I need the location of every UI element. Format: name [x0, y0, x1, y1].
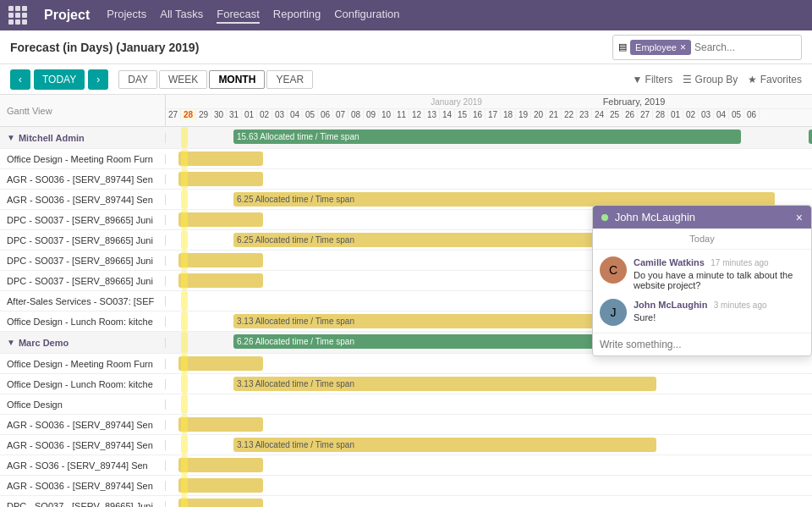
row-chart — [166, 169, 812, 189]
date-cell: 04 — [288, 109, 303, 120]
search-input[interactable] — [694, 37, 796, 58]
today-line — [181, 271, 188, 290]
today-line — [181, 374, 188, 394]
sub-header: Forecast (in Days) (January 2019) ▤ Empl… — [0, 30, 812, 64]
tab-day[interactable]: DAY — [118, 70, 157, 89]
task-row[interactable]: AGR - SO036 - [SERV_89744] Sen — [0, 415, 812, 435]
today-line — [181, 169, 188, 189]
chat-input[interactable] — [600, 339, 804, 350]
gantt-bar-primary[interactable] — [178, 253, 263, 267]
chat-user-name: John McLaughin — [615, 211, 695, 223]
date-cell: 11 — [394, 109, 409, 120]
row-label: Office Design - Lunch Room: kitche — [0, 317, 166, 327]
employee-filter-close[interactable]: × — [680, 41, 686, 53]
task-row[interactable]: Office Design - Meeting Room Furn — [0, 149, 812, 169]
task-row[interactable]: AGR - SO036 - [SERV_89744] Sen3.13 Alloc… — [0, 435, 812, 455]
prev-button[interactable]: ‹ — [10, 69, 30, 90]
date-cell: 25 — [607, 109, 623, 120]
row-chart — [166, 455, 812, 475]
date-cell: 20 — [531, 109, 546, 120]
tab-year[interactable]: YEAR — [266, 70, 313, 89]
filters-button[interactable]: ▼ Filters — [632, 74, 672, 85]
nav-all-tasks[interactable]: All Tasks — [160, 8, 203, 24]
row-chart — [166, 415, 812, 434]
tab-week[interactable]: WEEK — [159, 70, 207, 89]
date-cell: 05 — [303, 109, 318, 120]
gantt-bar-primary[interactable] — [178, 273, 263, 288]
row-label: AGR - SO036 - [SERV_89744] Sen — [0, 481, 166, 491]
gantt-bar-primary[interactable] — [178, 458, 263, 472]
gantt-bar-primary[interactable] — [178, 499, 263, 507]
gantt-bar-primary[interactable] — [178, 417, 263, 432]
gantt-bar-primary[interactable] — [178, 356, 263, 371]
nav-configuration[interactable]: Configuration — [334, 8, 399, 24]
chat-user-info: John McLaughin — [601, 211, 695, 223]
row-label: Office Design - Meeting Room Furn — [0, 154, 166, 164]
task-row[interactable]: AGR - SO36 - [SERV_89744] Sen — [0, 455, 812, 476]
date-cell: 17 — [486, 109, 501, 120]
view-tabs: DAY WEEK MONTH YEAR — [118, 70, 313, 89]
nav-projects[interactable]: Projects — [107, 8, 146, 24]
page-title: Forecast (in Days) (January 2019) — [10, 41, 199, 54]
employee-filter-tag[interactable]: Employee × — [630, 40, 691, 55]
date-cell: 12 — [409, 109, 425, 120]
app-menu-icon[interactable] — [8, 6, 27, 25]
row-label: After-Sales Services - SO037: [SEF — [0, 296, 166, 306]
today-line — [181, 455, 188, 475]
date-cell: 24 — [592, 109, 607, 120]
row-chart: 3.13 Allocated time / Time span — [166, 435, 812, 455]
row-chart: 15.63 Allocated time / Time span6.55 All… — [166, 127, 812, 148]
today-button[interactable]: TODAY — [34, 69, 85, 90]
today-line — [181, 311, 188, 331]
employee-filter-label: Employee — [635, 42, 677, 52]
today-line — [181, 210, 188, 229]
gantt-bar-primary[interactable] — [178, 478, 263, 493]
nav-forecast[interactable]: Forecast — [217, 8, 260, 24]
date-cell: 16 — [470, 109, 486, 120]
favorites-button[interactable]: ★ Favorites — [748, 74, 802, 85]
task-row[interactable]: Office Design - Lunch Room: kitche3.13 A… — [0, 374, 812, 394]
row-label: Office Design - Meeting Room Furn — [0, 359, 166, 369]
date-cell: 06 — [318, 109, 333, 120]
main-content: Gantt View January 2019 February, 2019 2… — [0, 95, 812, 507]
gantt-bar-primary[interactable]: 3.13 Allocated time / Time span — [233, 377, 656, 391]
task-row[interactable]: Office Design - Meeting Room Furn — [0, 354, 812, 374]
row-label: DPC - SO037 - [SERV_89665] Juni — [0, 501, 166, 508]
date-cell: 19 — [516, 109, 531, 120]
row-label: AGR - SO036 - [SERV_89744] Sen — [0, 440, 166, 450]
nav-reporting[interactable]: Reporting — [273, 8, 321, 24]
gantt-bar-primary[interactable] — [178, 152, 263, 166]
date-cell: 05 — [729, 109, 744, 120]
task-row[interactable]: DPC - SO037 - [SERV_89665] Juni — [0, 496, 812, 507]
date-cell: 15 — [455, 109, 470, 120]
group-by-button[interactable]: ☰ Group By — [683, 74, 738, 85]
gantt-view-label: Gantt View — [0, 95, 166, 126]
top-nav: Project Projects All Tasks Forecast Repo… — [0, 0, 812, 30]
chat-close-button[interactable]: × — [796, 212, 803, 223]
chat-sender: John McLaughin — [634, 300, 707, 310]
chat-time: 3 minutes ago — [714, 300, 767, 310]
gantt-bar-primary[interactable]: 15.63 Allocated time / Time span — [233, 130, 741, 144]
gantt-bar-primary[interactable]: 3.13 Allocated time / Time span — [233, 438, 656, 452]
group-row[interactable]: ▼ Mitchell Admin15.63 Allocated time / T… — [0, 127, 812, 149]
task-row[interactable]: Office Design — [0, 394, 812, 415]
task-row[interactable]: AGR - SO036 - [SERV_89744] Sen — [0, 169, 812, 190]
chat-bubble: John McLaughin 3 minutes ago Sure! — [634, 299, 804, 326]
row-label: AGR - SO036 - [SERV_89744] Sen — [0, 420, 166, 430]
today-line — [181, 415, 188, 434]
date-cell: 31 — [227, 109, 242, 120]
tab-month[interactable]: MONTH — [209, 70, 265, 89]
chat-text: Sure! — [634, 312, 804, 322]
next-button[interactable]: › — [88, 69, 108, 90]
date-cells: 2728293031010203040506070809101112131415… — [166, 109, 812, 120]
gantt-bar-primary[interactable] — [178, 212, 263, 227]
gantt-bar-primary[interactable] — [178, 172, 263, 186]
gantt-bar-secondary[interactable]: 6.55 Allocated time / Time sp — [809, 130, 812, 144]
task-row[interactable]: AGR - SO036 - [SERV_89744] Sen — [0, 476, 812, 496]
date-cell: 02 — [683, 109, 699, 120]
row-label: AGR - SO036 - [SERV_89744] Sen — [0, 174, 166, 185]
chat-message: J John McLaughin 3 minutes ago Sure! — [600, 299, 804, 326]
row-label: ▼ Mitchell Admin — [0, 133, 166, 143]
today-line — [181, 435, 188, 455]
date-cell: 01 — [668, 109, 683, 120]
